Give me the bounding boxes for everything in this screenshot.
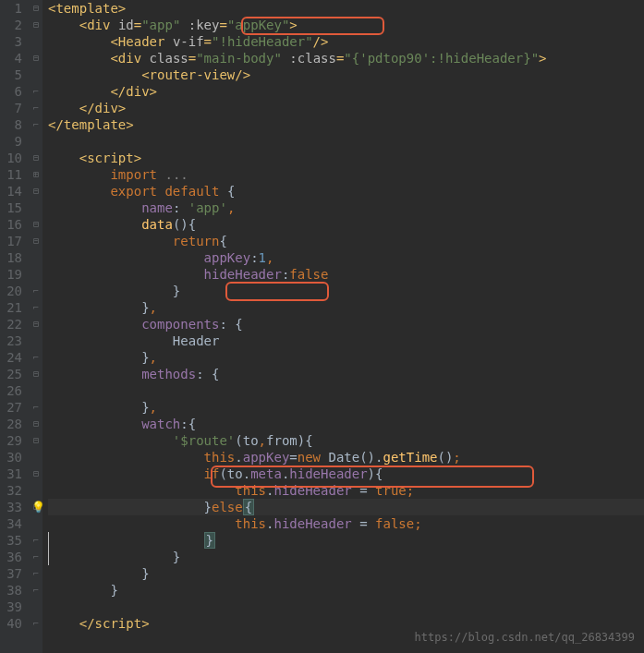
fold-marker[interactable] — [30, 599, 43, 615]
code-line[interactable]: <div class="main-body" :class="{'pdtop90… — [48, 50, 644, 67]
fold-marker[interactable]: ⌐ — [30, 116, 43, 133]
code-line[interactable]: <div id="app" :key="appKey"> — [48, 17, 644, 33]
fold-column[interactable]: ⊟⊟⊟⌐⌐⌐⊟⊞⊟⊟⊟⌐⌐⊟⌐⊟⌐⊟⊟⊟⊟⌐⌐⌐⌐⌐ — [30, 0, 43, 653]
code-line[interactable]: return{ — [48, 233, 644, 249]
fold-marker[interactable]: ⌐ — [30, 100, 43, 116]
code-line[interactable]: } — [48, 549, 644, 565]
fold-marker[interactable]: ⊟ — [30, 0, 43, 17]
line-number: 30 — [4, 449, 22, 466]
fold-marker[interactable]: ⌐ — [30, 299, 43, 316]
code-line[interactable]: <Header v-if="!hideHeader"/> — [48, 33, 644, 50]
code-line[interactable]: } — [48, 582, 644, 599]
code-line[interactable]: <script> — [48, 150, 644, 166]
fold-marker[interactable]: ⊟ — [30, 366, 43, 382]
line-number: 1 — [4, 0, 22, 17]
fold-marker[interactable]: ⊟ — [30, 316, 43, 333]
line-number: 28 — [4, 416, 22, 432]
code-line[interactable]: }, — [48, 349, 644, 366]
code-area[interactable]: <template> <div id="app" :key="appKey"> … — [43, 0, 644, 653]
line-number: 36 — [4, 549, 22, 565]
fold-marker[interactable] — [30, 515, 43, 532]
code-line[interactable] — [48, 133, 644, 150]
fold-marker[interactable]: ⊟ — [30, 416, 43, 432]
lightbulb-icon[interactable]: 💡 — [31, 501, 44, 514]
line-number: 3 — [4, 33, 22, 50]
code-line[interactable]: if(to.meta.hideHeader){ — [48, 466, 644, 482]
fold-marker[interactable] — [30, 333, 43, 349]
line-number: 16 — [4, 216, 22, 233]
watermark-text: https://blog.csdn.net/qq_26834399 — [415, 629, 635, 646]
line-number: 22 — [4, 316, 22, 333]
fold-marker[interactable] — [30, 266, 43, 283]
fold-marker[interactable] — [30, 67, 43, 83]
code-line[interactable]: watch:{ — [48, 416, 644, 432]
fold-marker[interactable]: ⊟ — [30, 150, 43, 166]
code-editor[interactable]: 1234567891011141516171819202122232425262… — [0, 0, 644, 653]
code-line[interactable] — [48, 382, 644, 399]
fold-marker[interactable]: ⊟ — [30, 50, 43, 67]
code-line[interactable]: this.appKey=new Date().getTime(); — [48, 449, 644, 466]
line-number: 35 — [4, 532, 22, 549]
fold-marker[interactable]: ⌐ — [30, 615, 43, 632]
code-line[interactable]: export default { — [48, 183, 644, 200]
line-number: 11 — [4, 166, 22, 183]
code-line[interactable] — [48, 599, 644, 615]
code-line[interactable]: '$route'(to,from){ — [48, 432, 644, 449]
code-line[interactable]: <template> — [48, 0, 644, 17]
code-line[interactable]: name: 'app', — [48, 200, 644, 216]
code-line[interactable]: } — [48, 565, 644, 582]
code-line[interactable]: } — [48, 532, 644, 549]
fold-marker[interactable]: ⌐ — [30, 83, 43, 100]
line-number: 34 — [4, 515, 22, 532]
line-number: 14 — [4, 183, 22, 200]
fold-marker[interactable]: ⌐ — [30, 549, 43, 565]
line-number: 25 — [4, 366, 22, 382]
code-line[interactable]: this.hideHeader = true; — [48, 482, 644, 499]
code-line[interactable]: components: { — [48, 316, 644, 333]
fold-marker[interactable]: ⊟ — [30, 233, 43, 249]
code-line[interactable]: </div> — [48, 83, 644, 100]
line-number-gutter: 1234567891011141516171819202122232425262… — [0, 0, 30, 653]
fold-marker[interactable]: ⊟ — [30, 466, 43, 482]
fold-marker[interactable]: ⌐ — [30, 349, 43, 366]
line-number: 39 — [4, 599, 22, 615]
fold-marker[interactable] — [30, 133, 43, 150]
code-line[interactable]: appKey:1, — [48, 249, 644, 266]
fold-marker[interactable] — [30, 449, 43, 466]
fold-marker[interactable]: ⌐ — [30, 283, 43, 299]
code-line[interactable]: this.hideHeader = false; — [48, 515, 644, 532]
code-line[interactable]: Header — [48, 333, 644, 349]
code-line[interactable]: data(){ — [48, 216, 644, 233]
fold-marker[interactable]: ⊟ — [30, 432, 43, 449]
fold-marker[interactable] — [30, 482, 43, 499]
fold-marker[interactable]: ⊟ — [30, 17, 43, 33]
fold-marker[interactable]: ⌐ — [30, 399, 43, 416]
fold-marker[interactable]: ⊟ — [30, 216, 43, 233]
fold-marker[interactable] — [30, 382, 43, 399]
fold-marker[interactable]: ⌐ — [30, 582, 43, 599]
code-line[interactable]: } — [48, 283, 644, 299]
fold-marker[interactable]: ⌐ — [30, 532, 43, 549]
fold-marker[interactable] — [30, 249, 43, 266]
code-line[interactable]: <router-view/> — [48, 67, 644, 83]
code-line[interactable]: }else{ — [48, 499, 644, 515]
line-number: 38 — [4, 582, 22, 599]
fold-marker[interactable]: ⌐ — [30, 565, 43, 582]
fold-marker[interactable] — [30, 200, 43, 216]
code-line[interactable]: </div> — [48, 100, 644, 116]
fold-marker[interactable]: ⊞ — [30, 166, 43, 183]
code-line[interactable]: import ... — [48, 166, 644, 183]
code-line[interactable]: }, — [48, 299, 644, 316]
code-line[interactable]: }, — [48, 399, 644, 416]
line-number: 20 — [4, 283, 22, 299]
fold-marker[interactable] — [30, 33, 43, 50]
line-number: 10 — [4, 150, 22, 166]
code-line[interactable]: </template> — [48, 116, 644, 133]
code-line[interactable]: hideHeader:false — [48, 266, 644, 283]
line-number: 31 — [4, 466, 22, 482]
fold-marker[interactable]: ⊟ — [30, 183, 43, 200]
line-number: 2 — [4, 17, 22, 33]
code-line[interactable]: methods: { — [48, 366, 644, 382]
line-number: 7 — [4, 100, 22, 116]
line-number: 17 — [4, 233, 22, 249]
